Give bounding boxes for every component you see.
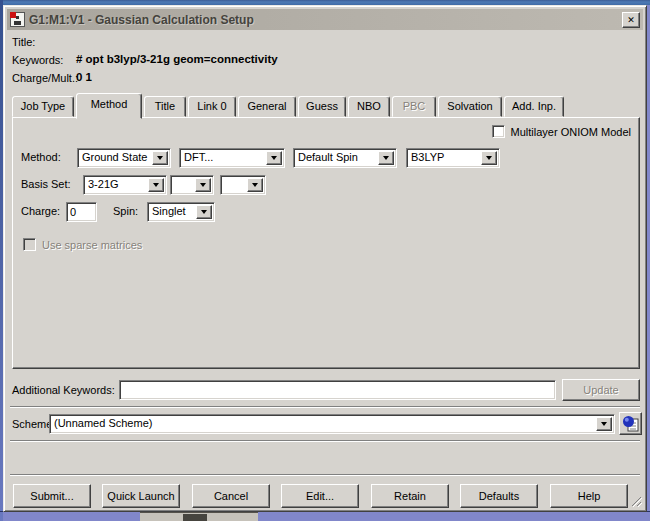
- functional-value: B3LYP: [411, 151, 479, 163]
- tab-nbo[interactable]: NBO: [348, 96, 390, 117]
- dropdown-arrow-icon[interactable]: [148, 178, 164, 192]
- title-bar[interactable]: G1:M1:V1 - Gaussian Calculation Setup ✕: [7, 9, 643, 30]
- background-window-mark: [183, 514, 207, 521]
- tab-guess[interactable]: Guess: [298, 96, 346, 117]
- spin-combo[interactable]: Singlet: [147, 202, 215, 222]
- basis-set-combo[interactable]: 3-21G: [83, 175, 167, 195]
- basis-option1-combo[interactable]: [170, 175, 214, 195]
- app-icon-mark2: [14, 21, 21, 25]
- method-type-combo[interactable]: DFT...: [179, 148, 285, 168]
- cancel-button[interactable]: Cancel: [192, 484, 270, 508]
- retain-button[interactable]: Retain: [371, 484, 449, 508]
- update-button: Update: [562, 379, 640, 401]
- spin-value: Singlet: [152, 205, 194, 217]
- dropdown-arrow-icon[interactable]: [247, 178, 263, 192]
- scheme-combo[interactable]: (Unnamed Scheme): [49, 414, 615, 434]
- dropdown-arrow-icon[interactable]: [195, 178, 211, 192]
- sparse-matrices-checkbox: [23, 238, 36, 251]
- method-state-combo[interactable]: Ground State: [77, 148, 171, 168]
- tab-method[interactable]: Method: [76, 93, 142, 119]
- tab-solvation[interactable]: Solvation: [438, 96, 502, 117]
- scheme-sphere-document-icon: [622, 415, 639, 432]
- dropdown-arrow-icon[interactable]: [596, 417, 612, 431]
- dropdown-arrow-icon[interactable]: [266, 151, 282, 165]
- charge-mult-label: Charge/Mult.:: [12, 72, 78, 84]
- functional-combo[interactable]: B3LYP: [406, 148, 500, 168]
- basis-option2-combo[interactable]: [220, 175, 266, 195]
- quick-launch-button[interactable]: Quick Launch: [102, 484, 180, 508]
- close-icon: ✕: [627, 15, 635, 25]
- dropdown-arrow-icon[interactable]: [378, 151, 394, 165]
- submit-button[interactable]: Submit...: [13, 484, 91, 508]
- tab-bar: Job Type Method Title Link 0 General Gue…: [12, 93, 642, 117]
- charge-mult-value: 0 1: [76, 71, 92, 83]
- dropdown-arrow-icon[interactable]: [196, 205, 212, 219]
- footer-divider: [10, 474, 640, 476]
- charge-input[interactable]: [66, 202, 97, 222]
- basis-set-value: 3-21G: [88, 178, 146, 190]
- resize-grip-icon: [628, 493, 642, 507]
- divider: [10, 406, 640, 408]
- close-button[interactable]: ✕: [622, 12, 640, 28]
- gaussview-app-icon: [10, 12, 25, 27]
- tab-general[interactable]: General: [238, 96, 296, 117]
- multilayer-oniom-checkbox[interactable]: [492, 125, 505, 138]
- scheme-value: (Unnamed Scheme): [54, 417, 594, 429]
- tab-link0[interactable]: Link 0: [188, 96, 236, 117]
- charge-label: Charge:: [21, 205, 60, 217]
- gaussian-calculation-setup-dialog: G1:M1:V1 - Gaussian Calculation Setup ✕ …: [3, 5, 647, 512]
- help-button[interactable]: Help: [550, 484, 628, 508]
- tab-pbc: PBC: [392, 96, 436, 117]
- dropdown-arrow-icon[interactable]: [481, 151, 497, 165]
- tab-add-inp[interactable]: Add. Inp.: [504, 96, 564, 117]
- keywords-value: # opt b3lyp/3-21g geom=connectivity: [76, 53, 278, 65]
- method-type-value: DFT...: [184, 151, 264, 163]
- resize-grip[interactable]: [628, 493, 642, 507]
- background-window-fragment: [140, 512, 258, 521]
- tab-title[interactable]: Title: [144, 96, 186, 117]
- method-tab-panel: Multilayer ONIOM Model Method: Ground St…: [12, 117, 640, 369]
- sparse-matrices-label: Use sparse matrices: [42, 239, 142, 251]
- window-title: G1:M1:V1 - Gaussian Calculation Setup: [29, 13, 622, 27]
- default-spin-value: Default Spin: [298, 151, 376, 163]
- app-icon-mark: [16, 16, 19, 19]
- divider: [10, 440, 640, 442]
- defaults-button[interactable]: Defaults: [460, 484, 538, 508]
- keywords-label: Keywords:: [12, 54, 63, 66]
- additional-keywords-input[interactable]: [119, 380, 556, 400]
- multilayer-oniom-label: Multilayer ONIOM Model: [511, 126, 631, 138]
- tab-job-type[interactable]: Job Type: [12, 96, 74, 117]
- dropdown-arrow-icon[interactable]: [152, 151, 168, 165]
- basis-set-label: Basis Set:: [21, 178, 71, 190]
- scheme-editor-button[interactable]: [619, 412, 642, 435]
- method-label: Method:: [21, 151, 61, 163]
- default-spin-combo[interactable]: Default Spin: [293, 148, 397, 168]
- method-state-value: Ground State: [82, 151, 150, 163]
- spin-label: Spin:: [113, 205, 138, 217]
- additional-keywords-label: Additional Keywords:: [12, 384, 115, 396]
- title-label: Title:: [12, 36, 35, 48]
- edit-button[interactable]: Edit...: [281, 484, 359, 508]
